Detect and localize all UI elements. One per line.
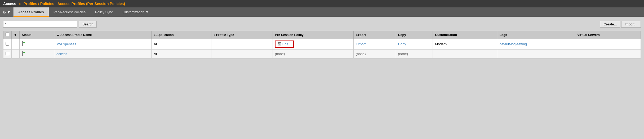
row1-edit-icon: [278, 42, 281, 46]
row1-export[interactable]: Export...: [353, 39, 396, 50]
customization-dropdown-arrow: ▼: [145, 10, 149, 14]
row2-copy: (none): [396, 50, 433, 59]
import-button[interactable]: Import...: [621, 21, 641, 28]
header-virtual-servers: Virtual Servers: [575, 31, 641, 39]
select-all-checkbox[interactable]: [6, 33, 9, 36]
row2-status: [20, 50, 54, 59]
top-bar: Access » Profiles / Policies : Access Pr…: [0, 0, 644, 7]
row1-copy-link[interactable]: Copy...: [398, 42, 409, 46]
row1-profile-type: [211, 39, 273, 50]
row2-virtual-servers: [575, 50, 641, 59]
breadcrumb-link[interactable]: Profiles / Policies : Access Profiles (P…: [24, 2, 125, 6]
row1-copy[interactable]: Copy...: [396, 39, 433, 50]
header-name[interactable]: ▲ Access Profile Name: [54, 31, 152, 39]
right-actions: Create... Import...: [600, 21, 641, 28]
access-profiles-table: ▼ Status ▲ Access Profile Name ⬦ Applica…: [3, 31, 641, 59]
search-button[interactable]: Search: [79, 21, 97, 28]
row1-logs-link[interactable]: default-log-setting: [499, 42, 527, 46]
tab-per-request-policies[interactable]: Per-Request Policies: [49, 7, 90, 17]
row1-virtual-servers: [575, 39, 641, 50]
row2-name-link[interactable]: access: [56, 52, 67, 56]
row2-status-icon: [22, 51, 26, 56]
column-dropdown-icon: ▼: [14, 33, 17, 37]
main-content: Search Create... Import... ▼ Status: [0, 17, 644, 63]
row1-customization: Modern: [433, 39, 497, 50]
header-status: Status: [20, 31, 54, 39]
tab-access-profiles-label: Access Profiles: [18, 10, 44, 14]
header-checkbox-cell[interactable]: [3, 31, 12, 39]
row2-dropdown-cell[interactable]: [12, 50, 20, 59]
tab-access-profiles[interactable]: Access Profiles: [14, 7, 49, 17]
sort-asc-icon: ▲: [56, 33, 60, 37]
tab-per-request-policies-label: Per-Request Policies: [54, 10, 86, 14]
row2-per-session-policy: (none): [273, 50, 353, 59]
tab-policy-sync[interactable]: Policy Sync: [90, 7, 118, 17]
gear-icon: ⚙: [3, 10, 6, 14]
row1-application: All: [152, 39, 211, 50]
row2-profile-type: [211, 50, 273, 59]
row1-logs[interactable]: default-log-setting: [497, 39, 575, 50]
table-row: MyExpenses All Edit... Export... Copy...: [3, 39, 641, 50]
header-per-session-policy: Per-Session Policy: [273, 31, 353, 39]
access-label: Access: [3, 2, 16, 6]
row2-checkbox[interactable]: [6, 52, 9, 55]
breadcrumb-chevrons: »: [19, 2, 21, 6]
row2-checkbox-cell[interactable]: [3, 50, 12, 59]
header-application[interactable]: ⬦ Application: [152, 31, 211, 39]
row1-per-session-policy[interactable]: Edit...: [273, 39, 353, 50]
row1-edit-link[interactable]: Edit...: [282, 42, 291, 46]
row2-customization: [433, 50, 497, 59]
row1-name-link[interactable]: MyExpenses: [56, 42, 76, 46]
row1-checkbox[interactable]: [6, 42, 9, 46]
tab-customization-label: Customization: [122, 10, 144, 14]
row2-copy-value: (none): [398, 52, 408, 56]
create-button[interactable]: Create...: [600, 21, 620, 28]
row1-name[interactable]: MyExpenses: [54, 39, 152, 50]
gear-dropdown-arrow: ▼: [7, 10, 11, 14]
row2-export: (none): [353, 50, 396, 59]
row2-logs: [497, 50, 575, 59]
row2-application: All: [152, 50, 211, 59]
sort-icon-profile-type: ⬦: [214, 33, 215, 37]
search-bar: Search Create... Import...: [3, 21, 641, 28]
table-row: access All (none) (none) (none): [3, 50, 641, 59]
header-dropdown-cell[interactable]: ▼: [12, 31, 20, 39]
row2-per-session-policy-value: (none): [275, 52, 285, 56]
row1-status: [20, 39, 54, 50]
row1-export-link[interactable]: Export...: [356, 42, 368, 46]
header-export: Export: [353, 31, 396, 39]
header-customization: Customization: [433, 31, 497, 39]
row2-export-value: (none): [356, 52, 366, 56]
row1-dropdown-cell[interactable]: [12, 39, 20, 50]
row1-edit-cell[interactable]: Edit...: [275, 41, 294, 48]
header-logs: Logs: [497, 31, 575, 39]
row1-status-icon: [22, 41, 26, 46]
row1-checkbox-cell[interactable]: [3, 39, 12, 50]
tab-customization[interactable]: Customization ▼: [118, 7, 153, 17]
table-header-row: ▼ Status ▲ Access Profile Name ⬦ Applica…: [3, 31, 641, 39]
row2-name[interactable]: access: [54, 50, 152, 59]
gear-button[interactable]: ⚙ ▼: [0, 7, 14, 17]
tab-policy-sync-label: Policy Sync: [95, 10, 113, 14]
search-input[interactable]: [3, 21, 77, 28]
sort-icon-application: ⬦: [154, 33, 156, 37]
header-profile-type[interactable]: ⬦ Profile Type: [211, 31, 273, 39]
header-copy: Copy: [396, 31, 433, 39]
tab-bar: ⚙ ▼ Access Profiles Per-Request Policies…: [0, 7, 644, 17]
